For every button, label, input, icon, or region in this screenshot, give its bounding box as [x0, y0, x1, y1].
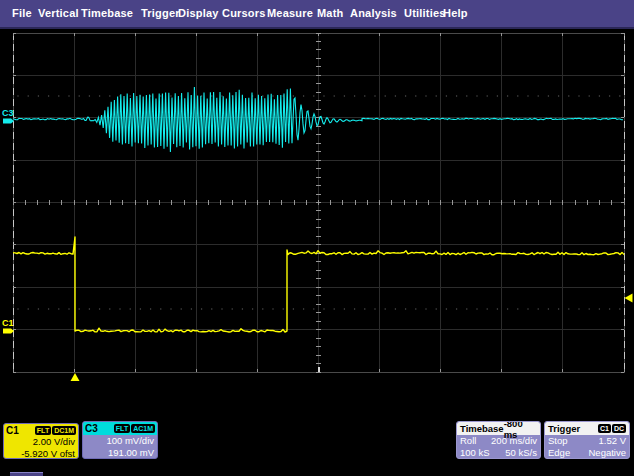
c3-trace-label: C3 [2, 108, 14, 118]
c1-badge: C1 [598, 424, 611, 433]
c3-volts-per-div: 100 mV/div [83, 435, 157, 447]
c1-zero-marker[interactable] [3, 329, 14, 334]
trigger-slope: Negative [589, 447, 627, 459]
timebase-descriptor[interactable]: Timebase -800 ms Roll 200 ms/div 100 kS … [456, 421, 541, 459]
c1-descriptor-label: C1 [6, 425, 19, 436]
trigger-title: Trigger [548, 423, 580, 434]
timebase-scale: 200 ms/div [491, 435, 537, 447]
timebase-samples: 100 kS [460, 447, 490, 459]
trigger-row-mode: Stop 1.52 V [545, 435, 629, 447]
timebase-row-mode: Roll 200 ms/div [457, 435, 540, 447]
ac1m-badge: AC1M [131, 424, 155, 433]
trigger-level-marker[interactable] [625, 294, 633, 303]
c3-descriptor-header: C3 FLTAC1M [83, 422, 157, 435]
flt-badge: FLT [35, 426, 51, 435]
c3-offset-value: 191.00 mV [83, 447, 157, 459]
trigger-type: Edge [548, 447, 570, 459]
bottom-panel-stub [10, 472, 43, 476]
trigger-level: 1.52 V [599, 435, 626, 447]
channel-c3-descriptor[interactable]: C3 FLTAC1M 100 mV/div 191.00 mV [82, 421, 158, 459]
trigger-header: Trigger C1DC [545, 422, 629, 435]
channel-c1-descriptor[interactable]: C1 FLTDC1M 2.00 V/div -5.920 V ofst [3, 423, 79, 459]
trigger-descriptor[interactable]: Trigger C1DC Stop 1.52 V Edge Negative [544, 421, 630, 459]
c1-volts-per-div: 2.00 V/div [4, 436, 78, 448]
c1-trace-label: C1 [2, 318, 14, 328]
timebase-row-sampling: 100 kS 50 kS/s [457, 447, 540, 459]
oscilloscope-screen: FileVerticalTimebaseTriggerDisplayCursor… [0, 0, 634, 476]
trigger-row-type: Edge Negative [545, 447, 629, 459]
c3-descriptor-label: C3 [85, 423, 98, 434]
dc-badge: DC [612, 424, 626, 433]
trigger-source-badges: C1DC [598, 424, 626, 433]
dc1m-badge: DC1M [52, 426, 76, 435]
timebase-header: Timebase -800 ms [457, 422, 540, 435]
c3-coupling-badges: FLTAC1M [114, 424, 155, 433]
trigger-time-marker[interactable] [71, 373, 80, 381]
c1-descriptor-header: C1 FLTDC1M [4, 424, 78, 436]
c3-zero-marker[interactable] [3, 119, 14, 124]
c1-offset-value: -5.920 V ofst [4, 448, 78, 460]
c1-coupling-badges: FLTDC1M [35, 426, 76, 435]
waveform-display: C3C1 [0, 0, 634, 476]
timebase-rate: 50 kS/s [505, 447, 537, 459]
timebase-mode: Roll [460, 435, 476, 447]
timebase-title: Timebase [460, 423, 504, 434]
trigger-mode: Stop [548, 435, 568, 447]
flt-badge: FLT [114, 424, 130, 433]
